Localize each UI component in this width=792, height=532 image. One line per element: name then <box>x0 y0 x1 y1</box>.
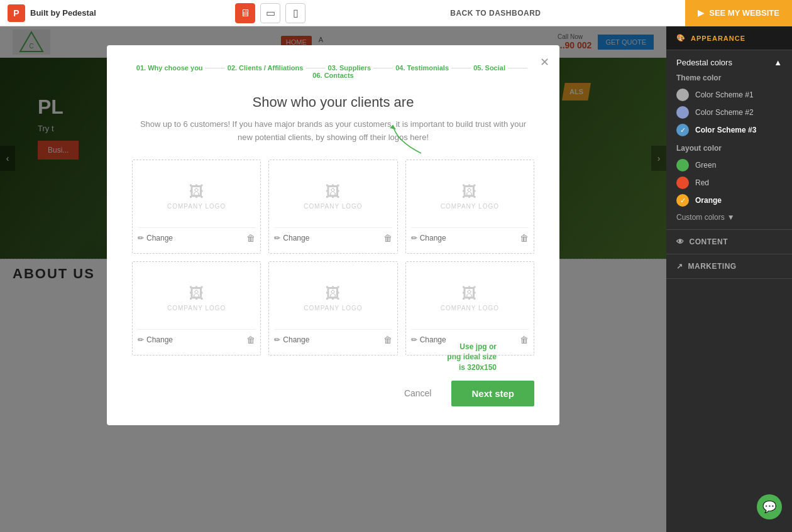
logo-placeholder-1: 🖼 COMPANY LOGO <box>167 170 226 222</box>
color-scheme-1[interactable]: Color Scheme #1 <box>676 89 782 101</box>
next-step-button[interactable]: Next step <box>451 381 534 406</box>
logo-actions-2: ✏ Change 🗑 <box>274 227 392 243</box>
theme-color-label: Theme color <box>676 73 782 82</box>
delete-logo-5[interactable]: 🗑 <box>383 335 392 345</box>
image-icon-3: 🖼 <box>462 183 477 200</box>
logo-slot-3: 🖼 COMPANY LOGO ✏ Change 🗑 <box>405 160 534 254</box>
change-logo-2[interactable]: ✏ Change <box>274 234 309 242</box>
preview-area: C HOME A Call Now ...90 002 GET QUOTE PL… <box>0 26 666 532</box>
logo-placeholder-5: 🖼 COMPANY LOGO <box>304 272 362 324</box>
wizard-step-5: 05. Social <box>473 64 505 72</box>
logo-placeholder-6: 🖼 COMPANY LOGO <box>441 272 499 324</box>
image-icon-1: 🖼 <box>189 183 204 200</box>
svg-marker-2 <box>390 125 396 129</box>
logo-placeholder-3: 🖼 COMPANY LOGO <box>441 170 499 222</box>
modal-dialog: ✕ 01. Why choose you ──── 02. Clients / … <box>107 45 559 425</box>
logo-actions-1: ✏ Change 🗑 <box>138 227 255 243</box>
logo-actions-4: ✏ Change 🗑 <box>138 329 255 345</box>
delete-logo-4[interactable]: 🗑 <box>246 335 255 345</box>
modal-description: Show up to 6 customers! If you have majo… <box>132 118 534 144</box>
change-logo-4[interactable]: ✏ Change <box>138 335 173 344</box>
desktop-device-btn[interactable]: 🖥 <box>235 3 255 23</box>
back-to-dashboard-button[interactable]: BACK TO DASHBOARD <box>437 9 553 18</box>
top-bar: P Built by Pedestal 🖥 ▭ ▯ BACK TO DASHBO… <box>0 0 792 26</box>
layout-color-red[interactable]: Red <box>676 176 782 189</box>
logo-slot-1: 🖼 COMPANY LOGO ✏ Change 🗑 <box>132 160 261 254</box>
sidebar-content-item[interactable]: 👁 CONTENT <box>666 230 792 254</box>
logo-actions-3: ✏ Change 🗑 <box>411 227 529 243</box>
mobile-device-btn[interactable]: ▯ <box>285 3 305 23</box>
wizard-step-4: 04. Testimonials <box>395 64 449 72</box>
image-icon-2: 🖼 <box>326 183 341 200</box>
color-scheme-2[interactable]: Color Scheme #2 <box>676 106 782 119</box>
modal-title: Show who your clients are <box>132 94 534 111</box>
layout-color-label: Layout color <box>676 144 782 153</box>
logo-slot-5: 🖼 COMPANY LOGO ✏ Change 🗑 <box>268 261 397 356</box>
chevron-up-icon: ▲ <box>774 58 782 67</box>
pedestal-colors-section: Pedestal colors ▲ Theme color Color Sche… <box>666 50 792 230</box>
logo-actions-6: ✏ Change 🗑 <box>411 329 529 345</box>
eye-icon: 👁 <box>676 237 685 246</box>
image-icon-5: 🖼 <box>326 285 341 302</box>
play-icon: ▶ <box>698 8 704 18</box>
wizard-steps: 01. Why choose you ──── 02. Clients / Af… <box>132 64 534 79</box>
pedestal-colors-toggle[interactable]: Pedestal colors ▲ <box>676 58 782 67</box>
layout-color-green[interactable]: Green <box>676 159 782 171</box>
change-logo-1[interactable]: ✏ Change <box>138 234 173 242</box>
scheme2-swatch <box>676 106 689 119</box>
logo-slot-6: 🖼 COMPANY LOGO ✏ Change 🗑 <box>405 261 534 356</box>
change-logo-6[interactable]: ✏ Change <box>411 335 446 344</box>
image-icon-6: 🖼 <box>462 285 477 302</box>
brand-logo: P <box>8 4 25 22</box>
appearance-icon: 🎨 <box>676 34 686 42</box>
logo-grid: 🖼 COMPANY LOGO ✏ Change 🗑 🖼 COMPANY LOGO <box>132 160 534 356</box>
modal-close-button[interactable]: ✕ <box>540 55 549 69</box>
cancel-button[interactable]: Cancel <box>394 383 442 403</box>
logo-slot-4: 🖼 COMPANY LOGO ✏ Change 🗑 <box>132 261 261 356</box>
brand-text: Built by Pedestal <box>30 8 96 18</box>
delete-logo-3[interactable]: 🗑 <box>520 233 529 243</box>
logo-placeholder-4: 🖼 COMPANY LOGO <box>167 272 226 324</box>
see-my-website-button[interactable]: ▶ SEE MY WEBSITE <box>685 0 792 26</box>
wizard-step-1: 01. Why choose you <box>136 64 203 72</box>
trend-icon: ↗ <box>676 262 683 271</box>
delete-logo-2[interactable]: 🗑 <box>383 233 392 243</box>
tip-arrow-svg <box>390 122 427 160</box>
wizard-step-3: 03. Suppliers <box>328 64 371 72</box>
sidebar-marketing-item[interactable]: ↗ MARKETING <box>666 254 792 279</box>
delete-logo-6[interactable]: 🗑 <box>520 335 529 345</box>
delete-logo-1[interactable]: 🗑 <box>246 233 255 243</box>
sidebar: 🎨 APPEARANCE Pedestal colors ▲ Theme col… <box>666 26 792 532</box>
logo-placeholder-2: 🖼 COMPANY LOGO <box>304 170 362 222</box>
chevron-down-icon: ▼ <box>727 213 735 222</box>
scheme1-swatch <box>676 89 689 101</box>
logo-slot-2: 🖼 COMPANY LOGO ✏ Change 🗑 <box>268 160 397 254</box>
image-icon-4: 🖼 <box>189 285 204 302</box>
chat-bubble-button[interactable]: 💬 <box>757 494 782 519</box>
green-swatch <box>676 159 689 171</box>
color-scheme-3[interactable]: ✓ Color Scheme #3 <box>676 124 782 136</box>
modal-footer: Cancel Next step <box>132 374 534 406</box>
wizard-step-6: 06. Contacts <box>312 72 353 79</box>
wizard-step-2: 02. Clients / Affiliations <box>228 64 304 72</box>
modal-overlay: ✕ 01. Why choose you ──── 02. Clients / … <box>0 26 666 532</box>
custom-colors-toggle[interactable]: Custom colors ▼ <box>676 213 782 222</box>
red-swatch <box>676 176 689 189</box>
orange-check-icon: ✓ <box>676 194 689 207</box>
layout-color-orange[interactable]: ✓ Orange <box>676 194 782 207</box>
logo-actions-5: ✏ Change 🗑 <box>274 329 392 345</box>
scheme3-check-icon: ✓ <box>676 124 689 136</box>
device-switcher: 🖥 ▭ ▯ <box>235 3 305 23</box>
change-logo-3[interactable]: ✏ Change <box>411 234 446 242</box>
appearance-header: 🎨 APPEARANCE <box>666 26 792 50</box>
brand: P Built by Pedestal <box>0 4 104 22</box>
change-logo-5[interactable]: ✏ Change <box>274 335 309 344</box>
tablet-device-btn[interactable]: ▭ <box>260 3 280 23</box>
